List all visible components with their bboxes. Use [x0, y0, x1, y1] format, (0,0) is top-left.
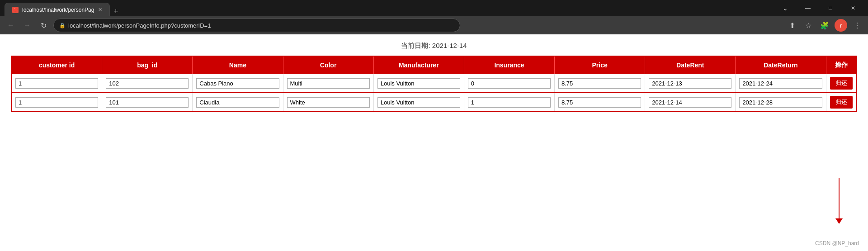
tab-title: localhost/finalwork/personPag...: [22, 7, 94, 13]
return-button[interactable]: 归还: [830, 77, 853, 90]
col-header-customer-id: customer id: [11, 56, 102, 74]
menu-icon[interactable]: ⋮: [851, 19, 863, 32]
cell-customer-id: [11, 93, 102, 112]
col-header-insurance: Insurance: [464, 56, 554, 74]
window-controls: ⌄ — □ ✕: [775, 1, 863, 15]
cell-name: [193, 93, 283, 112]
cell-date-return: [736, 93, 826, 112]
cell-insurance: [464, 93, 554, 112]
url-text: localhost/finalwork/personPageInfo.php?c…: [68, 22, 211, 29]
cell-insurance-input[interactable]: [468, 97, 551, 108]
cell-name-input[interactable]: [196, 97, 279, 108]
chevron-down-icon[interactable]: ⌄: [775, 1, 796, 15]
cell-manufacturer-input[interactable]: [377, 97, 460, 108]
cell-insurance-input[interactable]: [468, 78, 551, 89]
data-table: customer id bag_id Name Color Manufactur…: [11, 56, 857, 112]
cell-price-input[interactable]: [558, 97, 641, 108]
cell-date-return-input[interactable]: [739, 97, 822, 108]
cell-color-input[interactable]: [287, 78, 370, 89]
cell-date-rent-input[interactable]: [649, 78, 731, 89]
cell-action: 归还: [826, 74, 857, 93]
page-content: 当前日期: 2021-12-14 customer id bag_id Name…: [0, 34, 868, 251]
table-row: 归还: [11, 93, 857, 112]
cell-color: [283, 93, 373, 112]
cell-date-rent-input[interactable]: [649, 97, 731, 108]
date-header: 当前日期: 2021-12-14: [11, 42, 857, 50]
cell-customer-id: [11, 74, 102, 93]
tab-close-icon[interactable]: ✕: [98, 7, 102, 13]
cell-price: [555, 74, 645, 93]
cell-action: 归还: [826, 93, 857, 112]
cell-bag-id: [102, 74, 193, 93]
col-header-name: Name: [193, 56, 283, 74]
reload-button[interactable]: ↻: [37, 19, 50, 32]
table-header-row: customer id bag_id Name Color Manufactur…: [11, 56, 857, 74]
cell-insurance: [464, 74, 554, 93]
address-bar[interactable]: 🔒 localhost/finalwork/personPageInfo.php…: [53, 19, 460, 32]
cell-name: [193, 74, 283, 93]
lock-icon: 🔒: [59, 23, 66, 28]
back-button[interactable]: ←: [5, 19, 17, 32]
watermark-text: CSDN @NP_hard: [815, 240, 859, 246]
extensions-icon[interactable]: 🧩: [818, 19, 831, 32]
cell-customer-id-input[interactable]: [15, 97, 98, 108]
cell-name-input[interactable]: [196, 78, 279, 89]
col-header-daterent: DateRent: [645, 56, 736, 74]
cell-customer-id-input[interactable]: [15, 78, 98, 89]
arrow-head: [835, 218, 843, 224]
cell-date-rent: [645, 74, 736, 93]
col-header-price: Price: [555, 56, 645, 74]
cell-color: [283, 74, 373, 93]
close-button[interactable]: ✕: [843, 1, 863, 15]
share-icon[interactable]: ⬆: [786, 19, 798, 32]
cell-date-return: [736, 74, 826, 93]
tab-favicon: 🔴: [12, 7, 19, 13]
bookmark-icon[interactable]: ☆: [802, 19, 815, 32]
cell-price-input[interactable]: [558, 78, 641, 89]
cell-bag-id: [102, 93, 193, 112]
cell-bag-id-input[interactable]: [106, 78, 189, 89]
col-header-manufacturer: Manufacturer: [373, 56, 464, 74]
col-header-datereturn: DateReturn: [736, 56, 826, 74]
arrow-line: [839, 178, 840, 218]
col-header-action: 操作: [826, 56, 857, 74]
cell-manufacturer-input[interactable]: [377, 78, 460, 89]
col-header-color: Color: [283, 56, 373, 74]
cell-manufacturer: [373, 74, 464, 93]
maximize-button[interactable]: □: [820, 1, 841, 15]
cell-date-rent: [645, 93, 736, 112]
cell-manufacturer: [373, 93, 464, 112]
cell-date-return-input[interactable]: [739, 78, 822, 89]
return-button[interactable]: 归还: [830, 96, 853, 109]
col-header-bag-id: bag_id: [102, 56, 193, 74]
cell-price: [555, 93, 645, 112]
table-row: 归还: [11, 74, 857, 93]
new-tab-button[interactable]: +: [110, 7, 122, 16]
minimize-button[interactable]: —: [797, 1, 818, 15]
cell-bag-id-input[interactable]: [106, 97, 189, 108]
active-tab[interactable]: 🔴 localhost/finalwork/personPag... ✕: [5, 3, 110, 16]
cell-color-input[interactable]: [287, 97, 370, 108]
forward-button[interactable]: →: [21, 19, 33, 32]
profile-avatar[interactable]: r: [835, 19, 847, 32]
